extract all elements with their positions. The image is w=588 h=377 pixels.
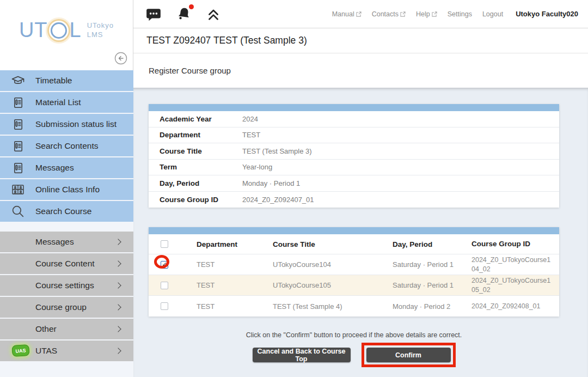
notification-dot — [189, 4, 194, 9]
sidebar-item-label: Search Contents — [35, 141, 98, 151]
sidebar-item-material-list[interactable]: Material List — [0, 92, 133, 113]
sidebar-item-messages[interactable]: Messages — [0, 157, 133, 178]
content-area: Academic Year 2024 Department TEST Cours… — [133, 88, 588, 377]
cell-day-period: Saturday · Period 1 — [393, 281, 471, 289]
username[interactable]: Utokyo Faculty020 — [516, 10, 578, 18]
logo-area: UTL UTokyo LMS — [0, 0, 133, 70]
cell-course-title: UTokyoCourse104 — [273, 260, 393, 269]
collapse-double-chevron-up-icon[interactable] — [206, 7, 220, 22]
cancel-button[interactable]: Cancel and Back to Course Top — [253, 348, 351, 362]
sidebar-item-label: Timetable — [35, 76, 72, 86]
sidebar-item-submission-status-list[interactable]: Submission status list — [0, 114, 133, 135]
detail-value: TEST — [242, 131, 260, 139]
detail-label: Course Group ID — [149, 196, 242, 204]
grid-people-icon — [10, 182, 26, 197]
page-title-bar: Register Course group — [133, 53, 588, 88]
chevron-right-icon — [115, 239, 121, 245]
cell-course-group-id: 2024_Z0_UTokyoCourse105_02 — [471, 276, 559, 294]
sidebar-item-search-contents[interactable]: Search Contents — [0, 136, 133, 156]
button-row: Cancel and Back to Course Top Confirm — [149, 343, 559, 367]
notifications-bell-icon[interactable] — [176, 6, 192, 22]
cell-department: TEST — [197, 281, 273, 289]
external-link-icon — [400, 11, 406, 17]
sidebar-secondary-nav: Messages Course Content Course settings … — [0, 232, 133, 361]
detail-value: Monday · Period 1 — [242, 179, 300, 187]
sidebar-item-online-class-info[interactable]: Online Class Info — [0, 179, 133, 200]
logout-link[interactable]: Logout — [482, 10, 503, 18]
instruction-text: Click on the "Confirm" button to proceed… — [149, 331, 559, 339]
cell-day-period: Saturday · Period 1 — [393, 260, 471, 269]
chevron-right-icon — [115, 260, 121, 266]
clipboard-icon — [10, 95, 26, 110]
row-checkbox[interactable] — [161, 302, 168, 310]
contacts-link[interactable]: Contacts — [372, 10, 406, 18]
chevron-right-icon — [115, 326, 121, 332]
column-header-department: Department — [197, 240, 273, 248]
sidebar-item-course-group[interactable]: Course group — [0, 297, 133, 318]
sidebar-item-utas[interactable]: UAS UTAS — [0, 340, 133, 361]
settings-link[interactable]: Settings — [448, 10, 472, 18]
annotation-rectangle-confirm: Confirm — [362, 343, 456, 367]
detail-value: TEST (Test Sample 3) — [242, 147, 312, 155]
course-group-table: Department Course Title Day, Period Cour… — [149, 227, 559, 317]
row-checkbox[interactable] — [161, 282, 168, 289]
cell-course-group-id: 2024_Z0_UTokyoCourse104_02 — [471, 256, 559, 273]
sidebar-item-label: Material List — [35, 98, 81, 107]
confirm-button[interactable]: Confirm — [366, 348, 451, 362]
logo-text-left: UT — [19, 19, 48, 42]
sidebar-item-label: Course group — [35, 302, 87, 312]
table-header-bar — [149, 227, 559, 234]
arrow-left-circle-icon — [114, 52, 127, 65]
utas-logo-icon: UAS — [11, 344, 29, 357]
chevron-right-icon — [115, 304, 121, 310]
logo-o-ring — [51, 22, 67, 39]
sidebar-item-label: Search Course — [35, 206, 91, 216]
manual-link-label: Manual — [332, 10, 354, 18]
sidebar-item-label: Messages — [35, 237, 74, 247]
row-checkbox[interactable]: ✓ — [161, 261, 168, 269]
sidebar-item-label: Messages — [35, 163, 74, 173]
sidebar-item-label: Submission status list — [35, 119, 117, 129]
graduation-cap-icon — [10, 73, 26, 88]
column-header-course-title: Course Title — [273, 240, 393, 248]
contacts-link-label: Contacts — [372, 10, 399, 18]
detail-value: Year-long — [242, 163, 272, 171]
sidebar-item-course-settings[interactable]: Course settings — [0, 275, 133, 296]
clipboard-icon — [10, 117, 26, 132]
course-details-table: Academic Year 2024 Department TEST Cours… — [149, 104, 559, 208]
search-icon — [10, 204, 26, 219]
detail-value: 2024 — [242, 115, 258, 123]
sidebar-item-search-course[interactable]: Search Course — [0, 201, 133, 222]
column-header-course-group-id: Course Group ID — [471, 239, 559, 249]
sidebar-item-label: Online Class Info — [35, 185, 100, 194]
external-link-icon — [432, 11, 437, 17]
chat-icon[interactable] — [145, 7, 162, 22]
sidebar-item-other[interactable]: Other — [0, 319, 133, 339]
sidebar-item-messages-menu[interactable]: Messages — [0, 232, 133, 252]
sidebar-nav: Timetable Material List Submission sta — [0, 70, 133, 362]
clipboard-icon — [10, 138, 26, 154]
main-area: Manual Contacts Help Settings Logout Uto… — [133, 0, 588, 377]
cell-day-period: Monday · Period 2 — [393, 302, 471, 311]
utol-logo: UTL — [19, 19, 82, 42]
sidebar-item-timetable[interactable]: Timetable — [0, 70, 133, 91]
sidebar-item-label: Course settings — [35, 281, 94, 290]
help-link[interactable]: Help — [416, 10, 437, 18]
sidebar-collapse-button[interactable] — [114, 52, 127, 65]
detail-label: Term — [149, 163, 242, 171]
sidebar-item-label: UTAS — [35, 346, 57, 356]
cell-department: TEST — [197, 302, 273, 311]
select-all-checkbox[interactable] — [161, 240, 168, 248]
cell-department: TEST — [197, 260, 273, 269]
external-link-icon — [356, 11, 362, 17]
detail-row: Department TEST — [149, 127, 559, 144]
sidebar-item-label: Other — [35, 324, 57, 334]
detail-label: Academic Year — [149, 115, 242, 123]
table-header-bar — [149, 104, 559, 111]
cell-course-title: UTokyoCourse105 — [273, 281, 393, 289]
clipboard-icon — [10, 160, 26, 175]
table-header-row: Department Course Title Day, Period Cour… — [149, 234, 559, 254]
manual-link[interactable]: Manual — [332, 10, 362, 18]
logo-text-right: L — [70, 19, 82, 42]
sidebar-item-course-content[interactable]: Course Content — [0, 253, 133, 274]
